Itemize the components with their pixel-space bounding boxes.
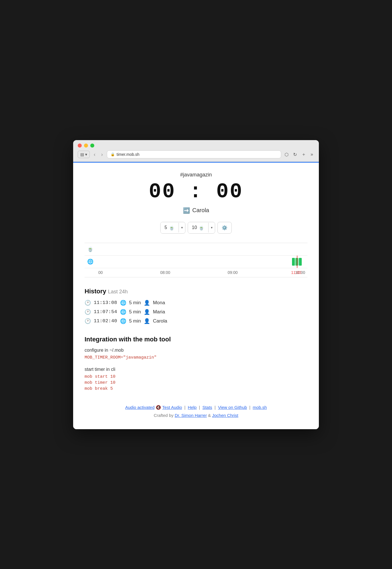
refresh-button[interactable]: ↻ — [292, 151, 298, 158]
timeline-current-time-line — [297, 256, 297, 268]
history-title-text: History — [85, 288, 106, 295]
timeline-row-break: 🍵 — [85, 243, 307, 256]
history-subtitle: Last 24h — [108, 289, 128, 295]
extensions-button[interactable]: » — [309, 151, 314, 158]
stats-link[interactable]: Stats — [202, 405, 212, 410]
code-line-1: mob start 10 — [85, 374, 307, 379]
next-person-name: Carola — [192, 207, 209, 214]
configure-code: MOB_TIMER_ROOM="javamagazin" — [85, 355, 307, 360]
history-person-1: Maria — [153, 309, 165, 315]
sep-4: | — [249, 405, 252, 410]
address-bar[interactable]: 🔒 timer.mob.sh — [107, 150, 281, 158]
integration-section: Integration with the mob tool configure … — [85, 336, 307, 391]
start-label: start timer in cli — [85, 367, 307, 372]
work-icon: 🍵 — [199, 225, 204, 230]
break-control: 5 🍵 ▾ — [160, 222, 185, 234]
history-duration-0: 5 min — [129, 300, 141, 306]
timeline-track-work — [96, 256, 307, 268]
timeline: 🍵 🌐 00 — [85, 243, 307, 277]
lock-icon: 🔒 — [111, 152, 115, 156]
history-item-0: 🕐 11:13:08 🌐 5 min 👤 Mona — [85, 300, 307, 306]
person-icon-2: 👤 — [144, 318, 150, 324]
break-icon: 🍵 — [169, 225, 175, 230]
url-text: timer.mob.sh — [117, 152, 139, 157]
history-title: History Last 24h — [85, 288, 307, 295]
timeline-work-icon: 🌐 — [85, 258, 96, 265]
room-name: #javamagazin — [85, 172, 307, 178]
mob-sh-link[interactable]: mob.sh — [253, 405, 267, 410]
traffic-lights — [78, 144, 314, 148]
axis-label-1: 08:00 — [160, 270, 170, 275]
browser-window: ▤ ▾ ‹ › 🔒 timer.mob.sh ⬡ ↻ ＋ » #javamaga… — [73, 140, 319, 429]
footer-credits: Crafted by Dr. Simon Harrer & Jochen Chr… — [85, 413, 307, 418]
work-number: 10 — [192, 225, 197, 230]
duration-icon-0: 🌐 — [120, 300, 126, 306]
axis-labels: 00 08:00 09:00 10:00 11:00 — [96, 270, 307, 275]
history-person-0: Mona — [153, 300, 165, 306]
help-link[interactable]: Help — [188, 405, 197, 410]
code-line-2: mob timer 10 — [85, 380, 307, 385]
sep-1: | — [184, 405, 187, 410]
author1-link[interactable]: Dr. Simon Harrer — [175, 413, 207, 418]
browser-toolbar: ▤ ▾ ‹ › 🔒 timer.mob.sh ⬡ ↻ ＋ » — [78, 150, 314, 162]
sidebar-toggle-button[interactable]: ▤ ▾ — [78, 151, 90, 158]
integration-title: Integration with the mob tool — [85, 336, 307, 343]
history-list: 🕐 11:13:08 🌐 5 min 👤 Mona 🕐 11:07:54 🌐 5… — [85, 300, 307, 324]
history-time-0: 11:13:08 — [94, 300, 117, 305]
timeline-row-work: 🌐 — [85, 256, 307, 268]
history-item-1: 🕐 11:07:54 🌐 5 min 👤 Maria — [85, 309, 307, 315]
audio-mute-icon: 🔇 — [156, 405, 162, 410]
start-section: start timer in cli mob start 10 mob time… — [85, 367, 307, 391]
author2-link[interactable]: Jochen Christ — [212, 413, 238, 418]
configure-section: configure in ~/.mob MOB_TIMER_ROOM="java… — [85, 348, 307, 360]
browser-chrome: ▤ ▾ ‹ › 🔒 timer.mob.sh ⬡ ↻ ＋ » — [73, 140, 319, 162]
close-button[interactable] — [78, 144, 82, 148]
settings-button[interactable]: ⚙️ — [217, 222, 232, 234]
clock-icon-2: 🕐 — [85, 318, 91, 324]
timeline-axis: 00 08:00 09:00 10:00 11:00 — [85, 268, 307, 277]
code-line-3: mob break 5 — [85, 386, 307, 391]
work-dropdown-button[interactable]: ▾ — [208, 223, 215, 232]
sep-3: | — [215, 405, 217, 410]
duration-icon-1: 🌐 — [120, 309, 126, 315]
timer-display: 00 : 00 — [85, 180, 307, 204]
crafted-by-text: Crafted by — [154, 413, 173, 418]
break-dropdown-button[interactable]: ▾ — [179, 223, 185, 232]
axis-label-2: 09:00 — [228, 270, 238, 275]
clock-icon-1: 🕐 — [85, 309, 91, 315]
clock-icon-0: 🕐 — [85, 300, 91, 306]
translate-button[interactable]: ⬡ — [283, 151, 290, 158]
github-link[interactable]: View on Github — [218, 405, 247, 410]
next-arrow-icon: ➡️ — [183, 207, 190, 214]
timeline-bar-3 — [299, 258, 302, 266]
history-person-2: Carola — [153, 318, 167, 324]
minimize-button[interactable] — [84, 144, 88, 148]
person-icon-1: 👤 — [144, 309, 150, 315]
next-person: ➡️ Carola — [85, 207, 307, 214]
history-time-2: 11:02:40 — [94, 318, 117, 324]
history-duration-2: 5 min — [129, 318, 141, 324]
axis-label-0: 00 — [98, 270, 103, 275]
sidebar-chevron: ▾ — [85, 152, 87, 157]
footer: Audio activated 🔇 Test Audio | Help | St… — [85, 405, 307, 418]
timeline-break-icon: 🍵 — [85, 246, 96, 252]
break-number: 5 — [165, 225, 167, 230]
maximize-button[interactable] — [90, 144, 94, 148]
new-tab-button[interactable]: ＋ — [300, 150, 307, 159]
duration-icon-2: 🌐 — [120, 318, 126, 324]
timeline-track-break — [96, 243, 307, 255]
person-icon-0: 👤 — [144, 300, 150, 306]
audio-activated-link[interactable]: Audio activated — [125, 405, 155, 410]
settings-gear-icon: ⚙️ — [222, 225, 227, 230]
test-audio-link[interactable]: Test Audio — [162, 405, 182, 410]
axis-label-current: 11:00 — [291, 270, 301, 275]
history-duration-1: 5 min — [129, 309, 141, 315]
break-value: 5 🍵 — [161, 222, 179, 233]
back-button[interactable]: ‹ — [92, 151, 97, 158]
configure-label: configure in ~/.mob — [85, 348, 307, 353]
timeline-bar-1 — [292, 258, 295, 266]
controls-row: 5 🍵 ▾ 10 🍵 ▾ ⚙️ — [85, 222, 307, 234]
author-separator: & — [208, 413, 212, 418]
sidebar-icon: ▤ — [80, 152, 84, 157]
forward-button[interactable]: › — [99, 151, 105, 158]
